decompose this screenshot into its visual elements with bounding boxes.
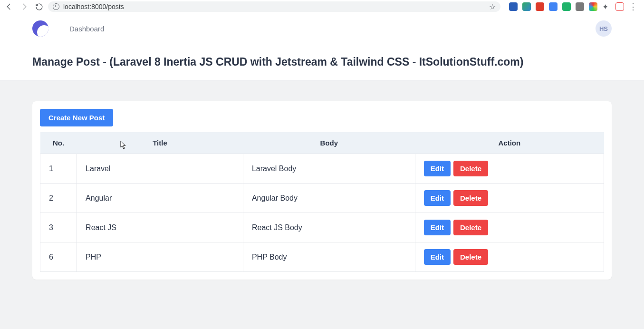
ext-icon-3[interactable] (536, 2, 544, 11)
edit-button[interactable]: Edit (424, 190, 451, 206)
cell-no: 3 (40, 213, 77, 242)
cell-title: Angular (77, 184, 243, 213)
app-navbar: Dashboard HS (0, 13, 644, 44)
table-row: 3React JSReact JS BodyEditDelete (40, 213, 604, 242)
cell-title: Laravel (77, 154, 243, 184)
cell-action: EditDelete (415, 154, 604, 184)
create-post-button[interactable]: Create New Post (40, 109, 113, 126)
posts-table: No. Title Body Action 1LaravelLaravel Bo… (40, 132, 604, 272)
cell-action: EditDelete (415, 213, 604, 242)
ext-icon-1[interactable] (509, 2, 518, 11)
table-row: 2AngularAngular BodyEditDelete (40, 184, 604, 213)
delete-button[interactable]: Delete (453, 161, 488, 176)
ext-icon-5[interactable] (562, 2, 571, 11)
page-header: Manage Post - (Laravel 8 Inertia JS CRUD… (0, 44, 644, 80)
bookmark-star-icon[interactable]: ☆ (489, 2, 496, 11)
cell-title: React JS (77, 213, 243, 242)
th-action: Action (415, 132, 604, 154)
app-logo-icon[interactable] (32, 20, 48, 37)
edit-button[interactable]: Edit (424, 249, 451, 265)
table-row: 1LaravelLaravel BodyEditDelete (40, 154, 604, 184)
browser-toolbar: localhost:8000/posts ☆ ✦ ⋮ (0, 0, 644, 13)
cell-title: PHP (77, 242, 243, 272)
address-bar[interactable]: localhost:8000/posts ☆ (48, 1, 500, 12)
ext-icon-7[interactable] (589, 2, 597, 11)
th-body: Body (243, 132, 415, 154)
reload-icon[interactable] (35, 3, 43, 11)
nav-link-dashboard[interactable]: Dashboard (69, 25, 104, 33)
cell-action: EditDelete (415, 184, 604, 213)
edit-button[interactable]: Edit (424, 220, 451, 235)
table-header-row: No. Title Body Action (40, 132, 604, 154)
table-row: 6PHPPHP BodyEditDelete (40, 242, 604, 272)
delete-button[interactable]: Delete (453, 249, 488, 265)
back-icon[interactable] (5, 2, 13, 11)
ext-icon-2[interactable] (522, 2, 531, 11)
page-title: Manage Post - (Laravel 8 Inertia JS CRUD… (32, 56, 612, 68)
extensions-icon[interactable]: ✦ (602, 2, 611, 11)
url-text: localhost:8000/posts (63, 3, 124, 10)
cell-body: Laravel Body (243, 154, 415, 184)
posts-card: Create New Post No. Title Body Action 1L… (32, 101, 612, 280)
ext-icon-6[interactable] (576, 2, 584, 11)
site-info-icon[interactable] (53, 3, 59, 10)
edit-button[interactable]: Edit (424, 161, 451, 176)
delete-button[interactable]: Delete (453, 220, 488, 235)
forward-icon[interactable] (20, 2, 29, 11)
th-no: No. (40, 132, 77, 154)
cell-no: 1 (40, 154, 77, 184)
delete-button[interactable]: Delete (453, 190, 488, 206)
th-title: Title (77, 132, 243, 154)
cell-no: 2 (40, 184, 77, 213)
cell-body: PHP Body (243, 242, 415, 272)
cell-body: Angular Body (243, 184, 415, 213)
cell-body: React JS Body (243, 213, 415, 242)
chrome-menu-icon[interactable]: ⋮ (629, 2, 637, 11)
ext-icon-4[interactable] (549, 2, 557, 11)
extensions-tray: ✦ ⋮ (505, 2, 641, 11)
cell-action: EditDelete (415, 242, 604, 272)
cell-no: 6 (40, 242, 77, 272)
ext-icon-8[interactable] (615, 2, 624, 11)
user-avatar[interactable]: HS (596, 20, 612, 37)
